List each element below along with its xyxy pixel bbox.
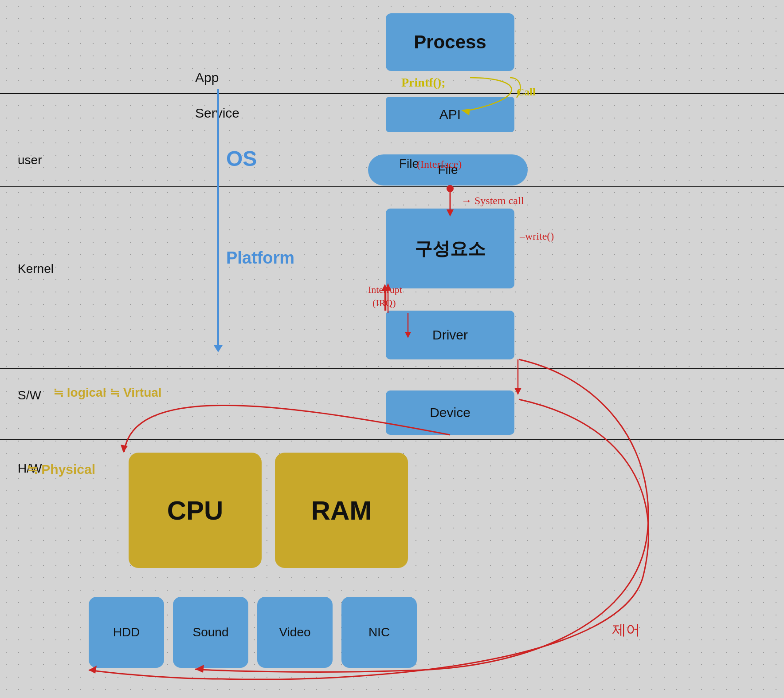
svg-text:(IRQ): (IRQ) [372,297,396,308]
nic-box: NIC [341,597,417,668]
video-box: Video [257,597,333,668]
top-divider [0,93,784,94]
api-label: API [439,107,461,122]
process-box: Process [386,13,514,71]
device-box: Device [386,390,514,435]
svg-text:Call: Call [517,86,536,98]
os-platform-arrow [217,89,219,346]
hw-equiv-annotation: ≒ Physical [27,461,95,477]
kernel-sw-divider [0,368,784,369]
kernel-component-label: 구성요소 [415,237,486,261]
sw-equiv-annotation: ≒ logical ≒ Virtual [53,385,162,400]
file-box: File [368,154,528,185]
user-kernel-divider [0,186,784,187]
sw-label: S/W [18,388,41,402]
process-label: Process [414,32,486,53]
nic-label: NIC [368,625,390,639]
cpu-label: CPU [167,495,223,526]
device-label: Device [430,405,470,420]
driver-label: Driver [432,327,468,343]
sound-box: Sound [173,597,248,668]
svg-text:Printf();: Printf(); [401,75,446,89]
svg-text:제어: 제어 [612,622,640,638]
driver-box: Driver [386,311,514,359]
svg-marker-19 [121,445,128,453]
os-annotation: OS [226,146,257,171]
hdd-label: HDD [113,625,140,639]
kernel-label: Kernel [18,262,54,276]
ram-label: RAM [311,495,372,526]
kernel-component-box: 구성요소 [386,209,514,288]
sound-label: Sound [193,625,229,639]
svg-marker-21 [514,388,521,395]
hdd-box: HDD [89,597,164,668]
user-label: user [18,153,42,167]
svg-text:–write(): –write() [519,230,554,242]
app-label: App [195,70,219,85]
svg-text:→ System call: → System call [461,195,524,206]
cpu-box: CPU [129,453,262,568]
platform-annotation: Platform [226,248,294,268]
ram-box: RAM [275,453,408,568]
video-label: Video [279,625,310,639]
sw-hw-divider [0,439,784,440]
api-box: API [386,97,514,132]
file-label: File [438,163,458,177]
